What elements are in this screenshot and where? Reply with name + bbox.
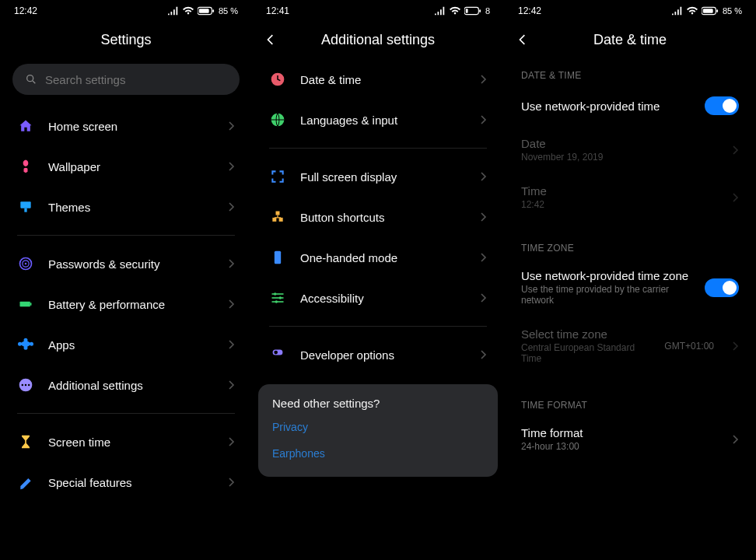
developer-icon: [269, 346, 286, 363]
chevron-right-icon: [229, 202, 235, 212]
svg-rect-22: [272, 218, 276, 222]
clock-icon: [269, 71, 286, 88]
toggle-network-time[interactable]: [705, 96, 739, 115]
chevron-right-icon: [481, 350, 487, 359]
row-apps[interactable]: Apps: [0, 324, 252, 365]
chevron-right-icon: [733, 145, 739, 155]
svg-point-13: [22, 384, 24, 387]
link-privacy[interactable]: Privacy: [272, 421, 484, 433]
row-buttons[interactable]: Button shortcuts: [252, 197, 504, 237]
row-sublabel: Central European Standard Time: [521, 342, 650, 364]
settings-list: Home screen Wallpaper Themes Passwords &…: [0, 106, 252, 502]
chevron-right-icon: [481, 115, 487, 124]
row-accessibility[interactable]: Accessibility: [252, 278, 504, 318]
row-label: Use network-provided time: [521, 100, 691, 113]
chevron-right-icon: [481, 212, 487, 222]
special-icon: [17, 474, 34, 491]
row-battery[interactable]: Battery & performance: [0, 284, 252, 324]
chevron-right-icon: [229, 162, 235, 171]
search-input[interactable]: [45, 73, 227, 86]
header: Date & time: [504, 20, 756, 59]
row-use-network-tz[interactable]: Use network-provided time zone Use the t…: [504, 258, 756, 317]
signal-icon: [435, 6, 446, 16]
row-sublabel: November 19, 2019: [521, 152, 719, 163]
row-security[interactable]: Passwords & security: [0, 243, 252, 284]
row-label: Time: [521, 184, 719, 198]
row-use-network-time[interactable]: Use network-provided time: [504, 86, 756, 126]
svg-point-32: [275, 300, 278, 303]
section-timeformat: TIME FORMAT: [504, 389, 756, 415]
page-title: Date & time: [518, 32, 742, 48]
link-earphones[interactable]: Earphones: [272, 447, 484, 460]
globe-icon: [269, 111, 286, 128]
row-label: Apps: [48, 338, 215, 352]
svg-point-14: [25, 384, 27, 387]
section-timezone: TIME ZONE: [504, 232, 756, 258]
battery-icon: [464, 6, 481, 16]
row-screentime[interactable]: Screen time: [0, 422, 252, 462]
other-settings-box: Need other settings? Privacy Earphones: [258, 384, 498, 477]
row-languages[interactable]: Languages & input: [252, 100, 504, 140]
status-icons: 85 %: [672, 6, 742, 16]
chevron-right-icon: [733, 193, 739, 202]
row-themes[interactable]: Themes: [0, 187, 252, 227]
chevron-right-icon: [229, 121, 235, 131]
row-developer[interactable]: Developer options: [252, 334, 504, 375]
themes-icon: [17, 198, 34, 215]
header: Settings: [0, 20, 252, 59]
status-bar: 12:42 85 %: [504, 0, 756, 20]
svg-rect-26: [275, 251, 281, 264]
wifi-icon: [183, 6, 194, 16]
other-title: Need other settings?: [272, 397, 484, 410]
row-onehand[interactable]: One-handed mode: [252, 237, 504, 278]
tz-offset: GMT+01:00: [664, 341, 714, 352]
row-home-screen[interactable]: Home screen: [0, 106, 252, 146]
row-datetime[interactable]: Date & time: [252, 59, 504, 100]
svg-rect-37: [716, 9, 718, 12]
status-time: 12:41: [266, 5, 289, 16]
row-label: Special features: [48, 476, 215, 489]
row-label: Themes: [48, 201, 215, 214]
status-bar: 12:42 85 %: [0, 0, 252, 20]
chevron-right-icon: [481, 75, 487, 84]
chevron-right-icon: [229, 299, 235, 309]
divider: [17, 235, 235, 236]
svg-rect-36: [703, 9, 713, 13]
row-sublabel: 12:42: [521, 199, 719, 210]
page-title: Settings: [14, 32, 238, 48]
row-label: Passwords & security: [48, 257, 215, 271]
svg-rect-2: [212, 9, 214, 12]
row-label: Time format: [521, 426, 719, 439]
divider: [269, 148, 487, 149]
battery-percent: 85 %: [723, 6, 742, 16]
row-sublabel: 24-hour 13:00: [521, 441, 719, 452]
svg-point-9: [25, 263, 27, 265]
status-icons: 8: [435, 6, 490, 16]
row-fullscreen[interactable]: Full screen display: [252, 156, 504, 197]
row-additional[interactable]: Additional settings: [0, 365, 252, 405]
chevron-right-icon: [229, 478, 235, 487]
svg-rect-23: [279, 218, 283, 222]
wifi-icon: [687, 6, 698, 16]
chevron-right-icon: [733, 341, 739, 351]
row-label: Wallpaper: [48, 160, 215, 173]
svg-rect-18: [479, 9, 481, 12]
chevron-right-icon: [481, 253, 487, 262]
svg-point-3: [27, 75, 33, 82]
battery-icon: [198, 6, 215, 16]
section-datetime: DATE & TIME: [504, 59, 756, 86]
svg-rect-6: [24, 208, 26, 212]
row-time-format[interactable]: Time format 24-hour 13:00: [504, 415, 756, 463]
svg-point-34: [274, 351, 278, 355]
search-box[interactable]: [12, 64, 240, 95]
row-label: Additional settings: [48, 379, 215, 392]
row-special[interactable]: Special features: [0, 462, 252, 502]
row-label: Languages & input: [300, 114, 467, 127]
row-label: Date & time: [300, 73, 467, 86]
battery-icon: [702, 6, 719, 16]
svg-point-31: [279, 296, 282, 299]
toggle-network-tz[interactable]: [705, 278, 739, 297]
row-wallpaper[interactable]: Wallpaper: [0, 146, 252, 187]
chevron-right-icon: [229, 340, 235, 349]
svg-rect-10: [20, 302, 30, 307]
